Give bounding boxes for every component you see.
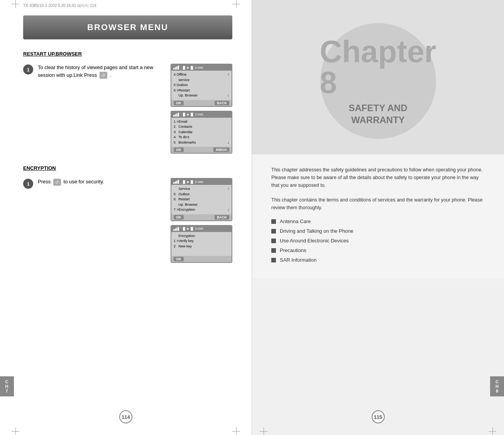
screen2-footer: OK INBOX — [171, 147, 232, 153]
signal-bars-2 — [173, 113, 179, 117]
back-btn-1: BACK — [215, 101, 229, 105]
screen1-header: ▐▌ ■ ▐▌ D:88E — [171, 64, 232, 71]
step1-circle: 1 — [23, 64, 33, 74]
step1-info: 1 To clear the history of viewed pages a… — [23, 64, 163, 79]
bar2 — [175, 181, 176, 184]
crosshair-r-bl — [260, 427, 267, 435]
bar4 — [178, 66, 179, 69]
print-header: TX-30B5/15-1 2002.5.20 16:41 페이지 114 — [23, 3, 96, 8]
screen2-header: ▐▌ ■ ▐▌ D:88E — [171, 112, 232, 118]
screen3-line1: Service ↑ — [174, 186, 229, 192]
screen3-footer: OK BACK — [171, 214, 232, 220]
screens-section2: ▐▌ ■ ▐▌ D:88E Service ↑ 5 Outbox 6 Resta… — [171, 178, 232, 263]
screen1-status: ▐▌ ■ ▐▌ D:88E — [182, 66, 203, 69]
chapter-tab-left: C H 7 — [0, 376, 14, 396]
screen1-line3: 5 Outbox — [174, 83, 229, 88]
ok-btn-4: OK — [174, 257, 184, 261]
bar1 — [173, 182, 174, 184]
page-header: BROWSER MENU — [23, 15, 232, 39]
section-encryption: ENCRYPTION 1 Press ↺ to use for security… — [23, 165, 232, 263]
page-number-left: 114 — [119, 410, 132, 423]
screen3-line4: Up. Browser — [174, 202, 229, 208]
bullet-text-4: Precautions — [280, 247, 306, 253]
screen3-header: ▐▌ ■ ▐▌ D:88E — [171, 179, 232, 185]
screen4-line3: 2 New key — [174, 244, 229, 249]
section-encryption-title: ENCRYPTION — [23, 165, 232, 171]
screen3-status: ▐▌ ■ ▐▌ D:88E — [182, 180, 203, 184]
signal-bars-4 — [173, 227, 179, 231]
bullet-icon-1 — [271, 219, 276, 224]
bullet-item-5: SAR Information — [271, 257, 485, 263]
empty-btn-4 — [218, 257, 229, 261]
phone-icon-restart: ↺ — [100, 72, 107, 79]
screen3-body: Service ↑ 5 Outbox 6 Restart Up. Browser… — [171, 185, 232, 214]
inbox-btn-2: INBOX — [213, 147, 229, 152]
screen4-footer: OK — [171, 256, 232, 262]
intro-paragraph-1: This chapter addresses the safety guidel… — [271, 166, 485, 189]
right-content: This chapter addresses the safety guidel… — [252, 154, 504, 278]
bullet-text-2: Driving and Talking on the Phone — [280, 228, 353, 234]
screen2-line5: 5 Bookmarks ↓ — [174, 140, 229, 146]
signal-bars-1 — [173, 66, 179, 69]
bar3 — [176, 228, 178, 231]
screen2-line2: 2 Contacts — [174, 124, 229, 130]
bullet-text-1: Antenna Care — [280, 218, 311, 224]
back-btn-3: BACK — [215, 215, 229, 220]
bullet-list: Antenna Care Driving and Talking on the … — [271, 218, 485, 263]
crosshair-tr — [232, 0, 240, 8]
section-restart: RESTART UP.BROWSER 1 To clear the histor… — [23, 51, 232, 154]
screen2-line4: 4 To do's — [174, 135, 229, 140]
right-page: Chapter 8 SAFETY AND WARRANTY This chapt… — [252, 0, 504, 435]
bullet-item-4: Precautions — [271, 247, 485, 253]
screen4-spacer — [174, 249, 229, 254]
phone-screen-1: ▐▌ ■ ▐▌ D:88E 4 Offline ↑ service 5 Outb… — [171, 64, 232, 107]
signal-bars-3 — [173, 180, 179, 184]
bar4 — [178, 180, 179, 184]
chapter-subtitle: SAFETY AND WARRANTY — [348, 102, 407, 126]
screen2-status: ▐▌ ■ ▐▌ D:88E — [182, 113, 203, 116]
screen1-line2: service — [174, 78, 229, 83]
crosshair-br — [232, 427, 240, 435]
bar4 — [178, 227, 179, 231]
phone-screen-2: ▐▌ ■ ▐▌ D:88E 1 >Email 2 Contacts 3 Cale… — [171, 111, 232, 154]
screen3-line2: 5 Outbox — [174, 192, 229, 197]
step2-info: 1 Press ↺ to use for security. — [23, 178, 163, 189]
screen4-body: Encryption 1 >Verify key 2 New key — [171, 232, 232, 256]
screen2-line3: 3 Calendar — [174, 130, 229, 135]
bullet-icon-5 — [271, 258, 276, 262]
page-title: BROWSER MENU — [87, 22, 168, 32]
intro-paragraph-2: This chapter contains the terms and cond… — [271, 196, 485, 212]
bar1 — [173, 68, 174, 69]
ok-btn-2: OK — [174, 147, 184, 152]
screen3-line5: 7 >Encryption ↓ — [174, 207, 229, 213]
bar3 — [176, 113, 178, 117]
bullet-item-1: Antenna Care — [271, 218, 485, 224]
phone-screen-4: ▐▌ ■ ▐▌ D:88E Encryption 1 >Verify key 2… — [171, 225, 232, 263]
step1-text: To clear the history of viewed pages and… — [38, 64, 163, 79]
screen1-footer: OK BACK — [171, 100, 232, 106]
screen4-header: ▐▌ ■ ▐▌ D:88E — [171, 226, 232, 232]
screen1-line4: 6 >Restart — [174, 88, 229, 93]
bar1 — [173, 115, 174, 117]
bullet-item-3: Use Around Electronic Devices — [271, 238, 485, 244]
screen1-line1: 4 Offline ↑ — [174, 72, 229, 78]
bar3 — [176, 66, 178, 69]
bar2 — [175, 67, 176, 69]
crosshair-r-br — [489, 427, 496, 435]
bullet-text-3: Use Around Electronic Devices — [280, 238, 348, 244]
ok-btn-3: OK — [174, 215, 184, 220]
left-page: TX-30B5/15-1 2002.5.20 16:41 페이지 114 C H… — [0, 0, 252, 435]
bullet-item-2: Driving and Talking on the Phone — [271, 228, 485, 234]
bar4 — [178, 113, 179, 117]
screen1-line5: Up. Browser ↓ — [174, 93, 229, 98]
crosshair-bl — [12, 427, 19, 435]
screen4-line2: 1 >Verify key — [174, 239, 229, 244]
step2-text: Press ↺ to use for security. — [38, 178, 163, 186]
screen4-line1: Encryption — [174, 234, 229, 239]
phone-icon-encrypt: ↺ — [53, 179, 61, 186]
screen2-line1: 1 >Email — [174, 119, 229, 125]
section-restart-title: RESTART UP.BROWSER — [23, 51, 232, 57]
page-number-right: 115 — [372, 410, 385, 423]
step1-row: 1 To clear the history of viewed pages a… — [23, 64, 232, 154]
chapter-tab-right: C H 8 — [490, 376, 504, 396]
